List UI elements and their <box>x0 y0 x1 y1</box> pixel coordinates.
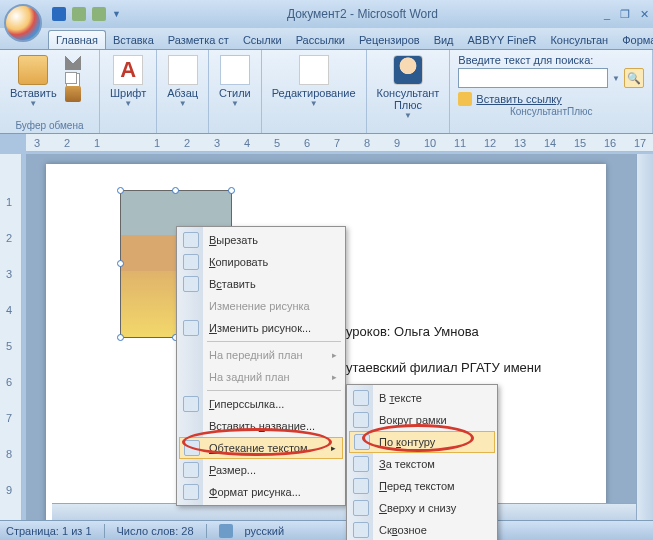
cut-icon <box>183 232 199 248</box>
tab-layout[interactable]: Разметка ст <box>161 31 236 49</box>
status-language[interactable]: русский <box>245 525 284 537</box>
resize-handle[interactable] <box>172 187 179 194</box>
copy-icon <box>183 254 199 270</box>
qat-dropdown-icon[interactable]: ▼ <box>112 9 121 19</box>
ruler-vertical[interactable]: 123456789 <box>0 154 22 520</box>
ctx-Копировать[interactable]: Копировать <box>179 251 343 273</box>
spellcheck-icon[interactable] <box>219 524 233 538</box>
consultant-icon <box>393 55 423 85</box>
ctx-Гиперссылка...[interactable]: Гиперссылка... <box>179 393 343 415</box>
styles-icon <box>220 55 250 85</box>
wrap-option-icon <box>353 522 369 538</box>
close-button[interactable]: ✕ <box>640 8 649 21</box>
ctx-Вставить название...[interactable]: Вставить название... <box>179 415 343 437</box>
tab-review[interactable]: Рецензиров <box>352 31 427 49</box>
wrap-option-icon <box>354 434 370 450</box>
format-painter-button[interactable] <box>65 86 81 102</box>
consultant-group-label: КонсультантПлюс <box>458 106 644 117</box>
wrap-option-icon <box>353 390 369 406</box>
wrap-option-icon <box>353 456 369 472</box>
paste-button[interactable]: Вставить ▼ <box>6 52 61 111</box>
editing-icon <box>299 55 329 85</box>
save-icon[interactable] <box>52 7 66 21</box>
ctx-На задний план: На задний план▸ <box>179 366 343 388</box>
tab-mailings[interactable]: Рассылки <box>289 31 352 49</box>
undo-icon[interactable] <box>72 7 86 21</box>
wrap-option-icon <box>353 478 369 494</box>
ctx-Вставить[interactable]: Вставить <box>179 273 343 295</box>
consultant-search-label: Введите текст для поиска: <box>458 54 644 66</box>
wrap-option-icon <box>353 500 369 516</box>
wrap-Сверху и снизу[interactable]: Сверху и снизу <box>349 497 495 519</box>
resize-handle[interactable] <box>228 187 235 194</box>
context-menu: ВырезатьКопироватьВставитьИзменение рису… <box>176 226 346 506</box>
window-title: Документ2 - Microsoft Word <box>121 7 604 21</box>
wrap-Вокруг рамки[interactable]: Вокруг рамки <box>349 409 495 431</box>
paste-icon <box>18 55 48 85</box>
minimize-button[interactable]: _ <box>604 8 610 21</box>
hyperlink-icon <box>183 396 199 412</box>
change-pic-icon <box>183 320 199 336</box>
insert-link-button[interactable]: Вставить ссылку <box>476 93 561 105</box>
ribbon: Вставить ▼ Буфер обмена A Шрифт ▼ Абзац <box>0 50 653 134</box>
wrap-Сквозное[interactable]: Сквозное <box>349 519 495 540</box>
status-bar: Страница: 1 из 1 Число слов: 28 русский <box>0 520 653 540</box>
tab-references[interactable]: Ссылки <box>236 31 289 49</box>
redo-icon[interactable] <box>92 7 106 21</box>
ctx-Изменение рисунка: Изменение рисунка <box>179 295 343 317</box>
wrap-submenu: В текстеВокруг рамкиПо контуруЗа текстом… <box>346 384 498 540</box>
clipboard-group-label: Буфер обмена <box>6 119 93 133</box>
consultant-search-go[interactable]: 🔍 <box>624 68 644 88</box>
ruler-horizontal[interactable]: 3211234567891011121314151617 <box>26 134 653 152</box>
ctx-Формат рисунка...[interactable]: Формат рисунка... <box>179 481 343 503</box>
titlebar: ▼ Документ2 - Microsoft Word _ ❐ ✕ <box>0 0 653 28</box>
ctx-Изменить рисунок...[interactable]: Изменить рисунок... <box>179 317 343 339</box>
paste-icon <box>183 276 199 292</box>
status-page[interactable]: Страница: 1 из 1 <box>6 525 92 537</box>
ctx-На передний план: На передний план▸ <box>179 344 343 366</box>
ctx-Размер...[interactable]: Размер... <box>179 459 343 481</box>
document-text[interactable]: уроков: Ольга Умнова <box>346 324 479 339</box>
cut-button[interactable] <box>65 54 81 70</box>
document-text[interactable]: утаевский филиал РГАТУ имени <box>346 360 541 375</box>
status-wordcount[interactable]: Число слов: 28 <box>117 525 194 537</box>
font-button[interactable]: A Шрифт ▼ <box>106 52 150 111</box>
format-pic-icon <box>183 484 199 500</box>
paragraph-icon <box>168 55 198 85</box>
editing-button[interactable]: Редактирование ▼ <box>268 52 360 111</box>
wrap-Перед текстом[interactable]: Перед текстом <box>349 475 495 497</box>
ctx-Вырезать[interactable]: Вырезать <box>179 229 343 251</box>
resize-handle[interactable] <box>117 260 124 267</box>
search-dropdown-icon[interactable]: ▼ <box>612 74 620 83</box>
tab-insert[interactable]: Вставка <box>106 31 161 49</box>
tab-home[interactable]: Главная <box>48 30 106 49</box>
tab-consultant[interactable]: Консультан <box>543 31 615 49</box>
wrap-В тексте[interactable]: В тексте <box>349 387 495 409</box>
consultant-search-input[interactable] <box>458 68 608 88</box>
tab-format[interactable]: Формат <box>615 31 653 49</box>
font-icon: A <box>113 55 143 85</box>
resize-handle[interactable] <box>117 334 124 341</box>
ribbon-tabs: Главная Вставка Разметка ст Ссылки Рассы… <box>0 28 653 50</box>
restore-button[interactable]: ❐ <box>620 8 630 21</box>
tab-abbyy[interactable]: ABBYY FineR <box>461 31 544 49</box>
wrap-icon <box>184 440 200 456</box>
scrollbar-vertical[interactable] <box>636 154 653 520</box>
copy-button[interactable] <box>65 72 77 84</box>
resize-handle[interactable] <box>117 187 124 194</box>
insert-link-icon <box>458 92 472 106</box>
paragraph-button[interactable]: Абзац ▼ <box>163 52 202 111</box>
ctx-Обтекание текстом[interactable]: Обтекание текстом▸ <box>179 437 343 459</box>
wrap-option-icon <box>353 412 369 428</box>
size-icon <box>183 462 199 478</box>
styles-button[interactable]: Стили ▼ <box>215 52 255 111</box>
tab-view[interactable]: Вид <box>427 31 461 49</box>
office-button[interactable] <box>4 4 42 42</box>
consultant-button[interactable]: Консультант Плюс ▼ <box>373 52 444 123</box>
wrap-За текстом[interactable]: За текстом <box>349 453 495 475</box>
quick-access-toolbar: ▼ <box>52 7 121 21</box>
wrap-По контуру[interactable]: По контуру <box>349 431 495 453</box>
